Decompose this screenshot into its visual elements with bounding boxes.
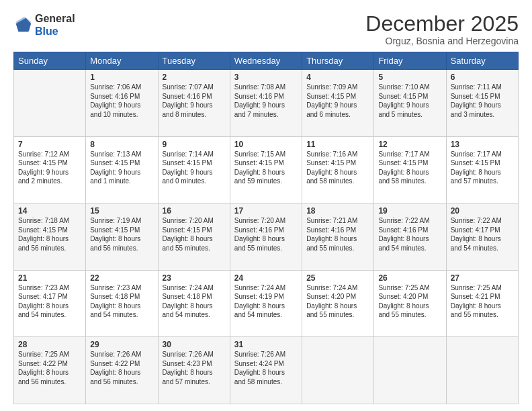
table-row: 27Sunrise: 7:25 AM Sunset: 4:21 PM Dayli…	[446, 270, 518, 337]
table-row: 12Sunrise: 7:17 AM Sunset: 4:15 PM Dayli…	[374, 136, 446, 203]
day-number: 7	[18, 140, 81, 149]
calendar-header-row: Sunday Monday Tuesday Wednesday Thursday…	[14, 52, 519, 70]
day-info: Sunrise: 7:20 AM Sunset: 4:16 PM Dayligh…	[234, 216, 298, 253]
day-info: Sunrise: 7:09 AM Sunset: 4:15 PM Dayligh…	[306, 83, 369, 119]
day-info: Sunrise: 7:25 AM Sunset: 4:21 PM Dayligh…	[451, 283, 514, 320]
day-number: 30	[163, 340, 226, 349]
day-number: 9	[163, 140, 226, 149]
day-info: Sunrise: 7:17 AM Sunset: 4:15 PM Dayligh…	[378, 150, 441, 186]
calendar-week-row: 7Sunrise: 7:12 AM Sunset: 4:15 PM Daylig…	[14, 136, 519, 203]
day-number: 11	[306, 140, 369, 149]
day-info: Sunrise: 7:25 AM Sunset: 4:22 PM Dayligh…	[18, 350, 81, 386]
day-info: Sunrise: 7:24 AM Sunset: 4:19 PM Dayligh…	[234, 283, 298, 320]
day-number: 16	[163, 206, 226, 216]
header-thursday: Thursday	[302, 52, 374, 70]
day-info: Sunrise: 7:17 AM Sunset: 4:15 PM Dayligh…	[451, 150, 514, 186]
day-info: Sunrise: 7:14 AM Sunset: 4:15 PM Dayligh…	[163, 150, 226, 186]
day-info: Sunrise: 7:25 AM Sunset: 4:20 PM Dayligh…	[378, 283, 441, 320]
day-info: Sunrise: 7:12 AM Sunset: 4:15 PM Dayligh…	[18, 150, 81, 186]
day-info: Sunrise: 7:13 AM Sunset: 4:15 PM Dayligh…	[90, 150, 153, 186]
table-row: 30Sunrise: 7:26 AM Sunset: 4:23 PM Dayli…	[158, 337, 230, 404]
table-row: 14Sunrise: 7:18 AM Sunset: 4:15 PM Dayli…	[14, 203, 86, 271]
table-row	[302, 337, 374, 404]
table-row: 10Sunrise: 7:15 AM Sunset: 4:15 PM Dayli…	[230, 136, 302, 203]
day-info: Sunrise: 7:26 AM Sunset: 4:22 PM Dayligh…	[90, 350, 153, 386]
day-number: 15	[90, 206, 153, 216]
day-number: 13	[451, 140, 514, 149]
day-number: 21	[18, 273, 81, 283]
day-info: Sunrise: 7:20 AM Sunset: 4:15 PM Dayligh…	[163, 216, 226, 253]
day-info: Sunrise: 7:15 AM Sunset: 4:15 PM Dayligh…	[234, 150, 298, 186]
table-row: 13Sunrise: 7:17 AM Sunset: 4:15 PM Dayli…	[446, 136, 518, 203]
header-friday: Friday	[374, 52, 446, 70]
day-number: 22	[90, 273, 153, 283]
day-info: Sunrise: 7:21 AM Sunset: 4:16 PM Dayligh…	[306, 216, 369, 253]
table-row: 15Sunrise: 7:19 AM Sunset: 4:15 PM Dayli…	[86, 203, 158, 271]
logo-text: General Blue	[35, 12, 75, 38]
header-monday: Monday	[86, 52, 158, 70]
table-row: 1Sunrise: 7:06 AM Sunset: 4:16 PM Daylig…	[86, 70, 158, 137]
day-number: 29	[90, 340, 153, 349]
day-number: 17	[234, 206, 298, 216]
table-row: 16Sunrise: 7:20 AM Sunset: 4:15 PM Dayli…	[158, 203, 230, 271]
table-row	[446, 337, 518, 404]
day-info: Sunrise: 7:19 AM Sunset: 4:15 PM Dayligh…	[90, 216, 153, 253]
table-row: 2Sunrise: 7:07 AM Sunset: 4:16 PM Daylig…	[158, 70, 230, 137]
table-row: 28Sunrise: 7:25 AM Sunset: 4:22 PM Dayli…	[14, 337, 86, 404]
day-number: 24	[234, 273, 298, 283]
day-number: 3	[234, 73, 298, 82]
page: General Blue December 2025 Orguz, Bosnia…	[0, 0, 532, 411]
day-number: 19	[378, 206, 441, 216]
table-row: 22Sunrise: 7:23 AM Sunset: 4:18 PM Dayli…	[86, 270, 158, 337]
location: Orguz, Bosnia and Herzegovina	[365, 36, 519, 46]
table-row: 25Sunrise: 7:24 AM Sunset: 4:20 PM Dayli…	[302, 270, 374, 337]
day-info: Sunrise: 7:08 AM Sunset: 4:16 PM Dayligh…	[234, 83, 298, 119]
table-row: 26Sunrise: 7:25 AM Sunset: 4:20 PM Dayli…	[374, 270, 446, 337]
table-row: 18Sunrise: 7:21 AM Sunset: 4:16 PM Dayli…	[302, 203, 374, 271]
month-title: December 2025	[365, 12, 519, 36]
table-row: 29Sunrise: 7:26 AM Sunset: 4:22 PM Dayli…	[86, 337, 158, 404]
table-row	[374, 337, 446, 404]
calendar-week-row: 14Sunrise: 7:18 AM Sunset: 4:15 PM Dayli…	[14, 203, 519, 271]
day-info: Sunrise: 7:22 AM Sunset: 4:17 PM Dayligh…	[451, 216, 514, 253]
calendar-week-row: 1Sunrise: 7:06 AM Sunset: 4:16 PM Daylig…	[14, 70, 519, 137]
header-tuesday: Tuesday	[158, 52, 230, 70]
title-section: December 2025 Orguz, Bosnia and Herzegov…	[365, 12, 519, 46]
table-row: 11Sunrise: 7:16 AM Sunset: 4:15 PM Dayli…	[302, 136, 374, 203]
header-wednesday: Wednesday	[230, 52, 302, 70]
table-row: 23Sunrise: 7:24 AM Sunset: 4:18 PM Dayli…	[158, 270, 230, 337]
table-row: 24Sunrise: 7:24 AM Sunset: 4:19 PM Dayli…	[230, 270, 302, 337]
day-number: 26	[378, 273, 441, 283]
day-number: 4	[306, 73, 369, 82]
table-row: 31Sunrise: 7:26 AM Sunset: 4:24 PM Dayli…	[230, 337, 302, 404]
day-number: 18	[306, 206, 369, 216]
day-number: 23	[163, 273, 226, 283]
day-number: 10	[234, 140, 298, 149]
day-info: Sunrise: 7:24 AM Sunset: 4:20 PM Dayligh…	[306, 283, 369, 320]
calendar-week-row: 28Sunrise: 7:25 AM Sunset: 4:22 PM Dayli…	[14, 337, 519, 404]
table-row: 17Sunrise: 7:20 AM Sunset: 4:16 PM Dayli…	[230, 203, 302, 271]
day-info: Sunrise: 7:16 AM Sunset: 4:15 PM Dayligh…	[306, 150, 369, 186]
table-row: 8Sunrise: 7:13 AM Sunset: 4:15 PM Daylig…	[86, 136, 158, 203]
day-info: Sunrise: 7:07 AM Sunset: 4:16 PM Dayligh…	[163, 83, 226, 119]
day-info: Sunrise: 7:06 AM Sunset: 4:16 PM Dayligh…	[90, 83, 153, 119]
table-row: 21Sunrise: 7:23 AM Sunset: 4:17 PM Dayli…	[14, 270, 86, 337]
day-number: 6	[451, 73, 514, 82]
logo-blue-text: Blue	[35, 26, 58, 37]
day-number: 28	[18, 340, 81, 349]
table-row: 9Sunrise: 7:14 AM Sunset: 4:15 PM Daylig…	[158, 136, 230, 203]
day-info: Sunrise: 7:18 AM Sunset: 4:15 PM Dayligh…	[18, 216, 81, 253]
header-sunday: Sunday	[14, 52, 86, 70]
day-number: 27	[451, 273, 514, 283]
logo-general-text: General	[35, 13, 75, 24]
day-info: Sunrise: 7:10 AM Sunset: 4:15 PM Dayligh…	[378, 83, 441, 119]
table-row: 4Sunrise: 7:09 AM Sunset: 4:15 PM Daylig…	[302, 70, 374, 137]
day-info: Sunrise: 7:24 AM Sunset: 4:18 PM Dayligh…	[163, 283, 226, 320]
header-saturday: Saturday	[446, 52, 518, 70]
day-info: Sunrise: 7:26 AM Sunset: 4:23 PM Dayligh…	[163, 350, 226, 386]
day-number: 1	[90, 73, 153, 82]
table-row: 6Sunrise: 7:11 AM Sunset: 4:15 PM Daylig…	[446, 70, 518, 137]
logo: General Blue	[13, 12, 75, 38]
logo-icon	[13, 15, 32, 34]
day-number: 12	[378, 140, 441, 149]
